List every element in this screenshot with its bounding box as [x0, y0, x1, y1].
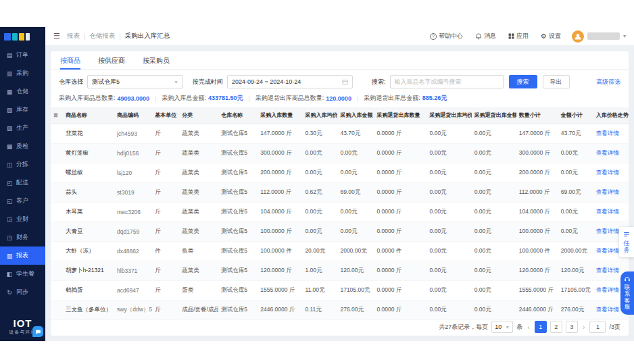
logo-pixel	[19, 33, 24, 41]
records-total-text: 共27条记录，每页	[439, 323, 488, 332]
view-details-link[interactable]: 查看详情	[596, 169, 619, 176]
chat-bubble-icon[interactable]	[32, 326, 43, 337]
messages-label: 消息	[484, 32, 496, 41]
tab-by-purchaser[interactable]: 按采购员	[143, 51, 170, 70]
sidebar-item-orders[interactable]: ▤订单	[0, 46, 45, 64]
expand-cell	[51, 280, 63, 300]
table-row: 大虾（冻）dx48862件鱼类测试仓库5100.0000 件20.00元2000…	[51, 241, 629, 261]
sidebar-item-customers[interactable]: ◱客户	[0, 192, 45, 210]
view-details-link[interactable]: 查看详情	[596, 149, 619, 156]
amt_sub-cell: 0.00元	[558, 202, 593, 222]
price_in-cell: 1.00元	[302, 261, 337, 280]
table-row: 黄灯笼椒hdlj0156斤蔬菜类测试仓库5300.0000 斤0.00元0.00…	[51, 143, 629, 163]
breadcrumb-separator: |	[84, 32, 85, 40]
summary-label: 采购入库总金额:	[162, 94, 206, 103]
view-details-link[interactable]: 查看详情	[596, 188, 619, 195]
messages-button[interactable]: 消息	[475, 32, 496, 41]
product-name-cell: 大青豆	[63, 222, 114, 241]
sorting-icon: ◫	[6, 161, 13, 168]
sidebar-item-reports[interactable]: ▥报表	[0, 246, 45, 265]
qty_ret-cell: 0.0000 件	[374, 241, 426, 261]
sidebar-item-label: 采购	[16, 69, 28, 78]
view-details-link[interactable]: 查看详情	[596, 286, 619, 293]
view-details-link[interactable]: 查看详情	[596, 306, 619, 313]
warehouse-select-value: 测试仓库5	[92, 78, 120, 86]
qty_sub-cell: 200.0000 斤	[516, 163, 558, 182]
column-header: 采购退货出库金额	[472, 107, 516, 124]
sidebar-item-label: 配送	[16, 178, 28, 187]
page-size-select[interactable]: 10 ▼	[491, 321, 513, 333]
menu-toggle-icon[interactable]: ☰	[53, 32, 60, 41]
quality-icon: ▩	[6, 143, 13, 150]
sidebar-item-biz-finance[interactable]: ◲业财	[0, 210, 45, 228]
sidebar-item-student-meals[interactable]: ◧学生餐	[0, 265, 45, 283]
page-number-buttons: 123	[535, 321, 578, 333]
date-range-picker[interactable]: 2024-09-24 ~ 2024-10-24	[227, 75, 353, 88]
next-page-button[interactable]: ›	[581, 323, 587, 331]
price_ret-cell: 0.00元	[427, 222, 472, 241]
qty_ret-cell: 0.0000 斤	[374, 300, 426, 319]
page-button-3[interactable]: 3	[566, 321, 578, 333]
tab-by-supplier[interactable]: 按供应商	[98, 51, 125, 70]
warehouse-cell: 测试仓库5	[218, 124, 258, 143]
warehouse-select[interactable]: 测试仓库5 ▼	[87, 75, 183, 88]
view-details-link[interactable]: 查看详情	[596, 130, 619, 136]
summary-label: 采购入库商品总数量:	[59, 94, 116, 103]
product-code-cell: swy（ddw）5980	[114, 300, 152, 319]
sidebar-item-sync[interactable]: ↻同步	[0, 283, 45, 301]
sidebar-item-quality[interactable]: ▩质检	[0, 137, 45, 155]
price_ret-cell: 0.00元	[427, 202, 472, 222]
page-button-1[interactable]: 1	[535, 321, 547, 333]
view-details-link[interactable]: 查看详情	[596, 247, 619, 254]
export-button[interactable]: 导出	[543, 75, 570, 88]
sidebar-item-delivery[interactable]: ◰配送	[0, 174, 45, 192]
view-details-link[interactable]: 查看详情	[596, 228, 619, 234]
sidebar-item-inventory[interactable]: ▧库存	[0, 101, 45, 119]
sidebar-item-warehouse[interactable]: ▦仓储	[0, 82, 45, 101]
page-jump-input[interactable]: 1	[589, 321, 606, 333]
expand-all-icon[interactable]: ≣	[53, 112, 58, 118]
amt_in-cell: 17105.00元	[337, 280, 374, 300]
settings-button[interactable]: ⚙ 设置	[541, 32, 561, 41]
qty_in-cell: 300.0000 斤	[258, 143, 302, 163]
apps-button[interactable]: 应用	[508, 32, 529, 41]
column-header: 数量小计	[516, 107, 558, 124]
logo-pixel	[26, 33, 30, 41]
product-name-cell: 蒜头	[63, 182, 114, 202]
expand-cell	[51, 202, 63, 222]
qty_ret-cell: 0.0000 斤	[374, 202, 426, 222]
contact-service-button[interactable]: 联系客服	[620, 271, 634, 315]
sidebar-item-sorting[interactable]: ◫分拣	[0, 155, 45, 174]
expand-cell	[51, 124, 63, 143]
chevron-down-icon: ▼	[505, 325, 510, 330]
sidebar-item-label: 库存	[16, 105, 28, 114]
breadcrumb-item[interactable]: 报表	[67, 32, 80, 41]
tab-by-product[interactable]: 按商品	[60, 51, 80, 70]
chevron-down-icon: ▾	[623, 33, 626, 39]
breadcrumb-item[interactable]: 仓储报表	[89, 32, 115, 41]
view-details-link[interactable]: 查看详情	[596, 267, 619, 274]
search-input[interactable]	[390, 75, 504, 88]
view-details-link[interactable]: 查看详情	[596, 208, 619, 215]
qty_ret-cell: 0.0000 斤	[374, 143, 426, 163]
reports-icon: ▥	[6, 253, 13, 259]
sidebar-item-production[interactable]: ▨生产	[0, 119, 45, 137]
advanced-filter-link[interactable]: 高级筛选	[596, 78, 620, 86]
qty_in-cell: 104.0000 斤	[258, 202, 302, 222]
search-button[interactable]: 搜索	[509, 75, 537, 88]
price_ret-cell: 0.00元	[427, 143, 472, 163]
user-menu[interactable]: ▾	[572, 30, 626, 43]
summary-value: 885.26元	[422, 94, 447, 103]
qty_sub-cell: 1555.0000 斤	[516, 280, 558, 300]
qty_ret-cell: 0.0000 斤	[374, 261, 426, 280]
qty_sub-cell: 112.0000 斤	[516, 182, 558, 202]
sidebar-item-purchase[interactable]: ▥采购	[0, 64, 45, 82]
bell-icon	[475, 33, 482, 40]
page-button-2[interactable]: 2	[550, 321, 562, 333]
prev-page-button[interactable]: ‹	[526, 323, 531, 331]
help-center-button[interactable]: ? 帮助中心	[430, 32, 463, 41]
search-label: 搜索:	[372, 78, 386, 86]
task-drawer-button[interactable]: 任务	[619, 227, 634, 257]
table-row: 胡萝卜h-21321hlb3371斤蔬菜类测试仓库5120.0000 斤1.00…	[51, 261, 629, 280]
sidebar-item-finance[interactable]: ◳财务	[0, 228, 45, 246]
